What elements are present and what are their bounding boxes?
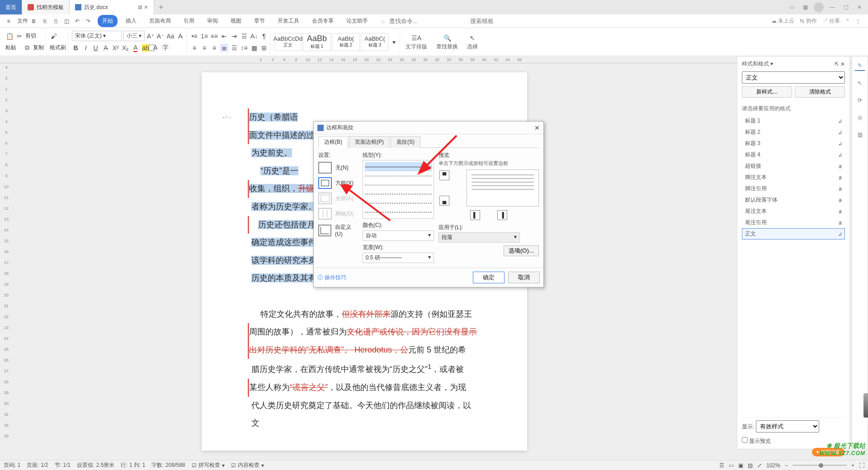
cloud-status[interactable]: ☁ 未上云 [771,17,794,25]
dialog-tab-border[interactable]: 边框(B) [318,136,348,148]
border-right-icon[interactable]: ▐ [497,210,507,220]
style-h2[interactable]: AaBb(标题 2 [332,33,360,51]
rail-refresh-icon[interactable]: ⟳ [855,95,865,105]
border-top-icon[interactable]: ▀ [439,170,449,180]
strike-icon[interactable]: A̶ [102,44,110,52]
phonetic-icon[interactable]: 字 [161,44,170,52]
side-handle[interactable] [863,393,868,418]
redo-icon[interactable]: ↷ [83,16,93,26]
view-outline-icon[interactable]: ▤ [748,462,753,469]
multilevel-icon[interactable]: ≡≡ [210,32,218,40]
style-item[interactable]: 脚注引用a [742,183,845,194]
char-border-icon[interactable]: ⃞A [151,44,160,52]
new-style-button[interactable]: 新样式... [742,86,792,98]
more-icon[interactable]: ⋮ [855,18,861,24]
align-left-icon[interactable]: ≡ [190,44,198,52]
numbering-icon[interactable]: 1≡ [200,32,208,40]
tab-close-icon[interactable]: ⊠ ✕ [138,4,148,10]
setting-box[interactable]: 方框(X) [318,175,358,191]
preview-icon[interactable]: ◫ [61,16,71,26]
tips-link[interactable]: ⓘ 操作技巧 [317,274,346,282]
status-page-no[interactable]: 页码: 1 [4,461,20,469]
status-words[interactable]: 字数: 209/588 [151,461,185,469]
apply-combo[interactable]: 段落▾ [439,232,520,243]
paste-icon[interactable]: 📋 [5,32,14,40]
grow-font-icon[interactable]: A⁺ [146,32,155,40]
dialog-titlebar[interactable]: 边框和底纹 ✕ [314,122,543,134]
shrink-font-icon[interactable]: A⁻ [156,32,165,40]
print-icon[interactable]: ⎙ [51,16,61,26]
save-icon[interactable]: 🗎 [29,16,39,26]
font-size-combo[interactable]: 小三 ▾ [123,31,145,41]
bullets-icon[interactable]: •≡ [190,32,198,40]
align-center-icon[interactable]: ≡ [200,44,208,52]
linetype-opt[interactable] [365,198,432,207]
hamburger-icon[interactable]: ≡ [4,16,14,26]
format-painter-icon[interactable]: 🖌 [50,32,58,40]
linetype-list[interactable] [363,160,434,219]
align-justify-icon[interactable]: ≣ [220,44,228,52]
style-item[interactable]: 默认段落字体a [742,194,845,206]
setting-custom[interactable]: 自定义(U) [318,221,358,239]
font-name-combo[interactable]: 宋体 (正文) ▾ [72,31,122,41]
style-item[interactable]: 标题 2↲ [742,127,845,138]
linetype-opt[interactable] [365,171,432,180]
style-h3[interactable]: AaBbC(标题 3 [361,33,389,51]
preview-box[interactable] [467,169,539,207]
apps-icon[interactable]: ▦ [800,2,810,12]
panel-close-icon[interactable]: ✕ [840,61,845,67]
color-combo[interactable]: 自动▾ [363,230,434,241]
undo-icon[interactable]: ↶ [72,16,82,26]
shading-icon[interactable]: ▦ [250,44,258,52]
collab-button[interactable]: ⇆ 协作 [800,17,816,25]
tab-add[interactable]: + [154,0,168,14]
ribbon-tab-insert[interactable]: 插入 [121,15,141,27]
style-item[interactable]: 尾注文本a [742,206,845,217]
status-pages[interactable]: 页面: 1/2 [27,461,48,469]
rail-select-icon[interactable]: ↖ [855,78,865,88]
ribbon-tab-review[interactable]: 审阅 [203,15,222,27]
sort-icon[interactable]: A↓ [250,32,258,40]
close-icon[interactable]: ✕ [854,2,864,12]
align-right-icon[interactable]: ≡ [210,44,218,52]
style-item[interactable]: 标题 3↲ [742,138,845,149]
ok-button[interactable]: 确定 [473,272,505,283]
avatar[interactable] [814,2,824,12]
status-section[interactable]: 节: 1/1 [55,461,71,469]
dialog-tab-shading[interactable]: 底纹(S) [391,136,420,148]
collapse-ribbon-icon[interactable]: ⌃ [845,18,850,24]
zoom-out-icon[interactable]: − [785,462,788,469]
dec-indent-icon[interactable]: ⇤ [220,32,228,40]
copy-icon[interactable]: ⧉ [23,44,31,52]
style-item[interactable]: 尾注引用a [742,217,845,228]
minimize-icon[interactable]: — [827,2,837,12]
width-combo[interactable]: 0.5 磅————▾ [363,253,434,263]
styles-more-icon[interactable]: ▾ [390,38,398,46]
ribbon-tab-dev[interactable]: 开发工具 [273,15,304,27]
show-combo[interactable]: 有效样式 [756,420,819,432]
style-item[interactable]: 超链接a [742,160,845,172]
current-style-combo[interactable]: 正文 [742,71,845,84]
border-bottom-icon[interactable]: ▄ [439,196,449,206]
line-spacing-icon[interactable]: ↕≡ [240,44,248,52]
show-marks-icon[interactable]: ¶ [260,32,268,40]
search-template-input[interactable] [470,18,547,24]
saveas-icon[interactable]: ⎘ [40,16,50,26]
setting-none[interactable]: 无(N) [318,160,358,175]
status-ruler[interactable]: 设置值: 2.5厘米 [77,461,114,469]
style-normal[interactable]: AaBbCcDd正文 [274,33,302,51]
status-line-col[interactable]: 行: 1 列: 1 [121,461,145,469]
cancel-button[interactable]: 取消 [508,272,540,283]
view-read-icon[interactable]: ☰ [719,462,724,469]
linetype-opt[interactable] [365,180,432,189]
rail-location-icon[interactable]: ◎ [855,113,865,122]
dialog-tab-page-border[interactable]: 页面边框(P) [349,136,390,148]
change-case-icon[interactable]: Aa [166,32,175,40]
clear-format-button[interactable]: 清除格式 [795,86,845,98]
borders-icon[interactable]: ⊞ [260,44,268,52]
view-print-icon[interactable]: ▭ [729,462,734,469]
tab-home[interactable]: 首页 [0,0,22,14]
find-replace-button[interactable]: 🔍查找替换 [433,33,462,51]
underline-icon[interactable]: U [92,44,100,52]
ribbon-tab-references[interactable]: 引用 [179,15,199,27]
